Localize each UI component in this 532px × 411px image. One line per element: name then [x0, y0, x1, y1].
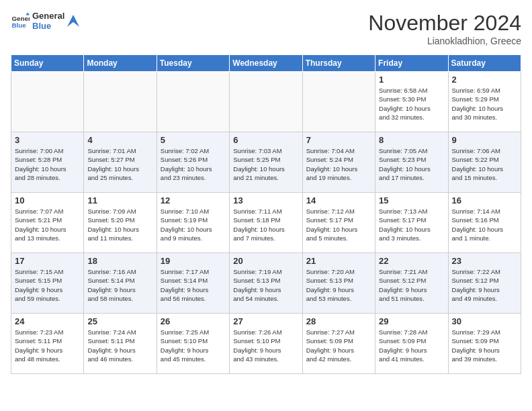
calendar-week-row: 10Sunrise: 7:07 AM Sunset: 5:21 PM Dayli…: [11, 193, 521, 253]
day-number: 29: [379, 316, 444, 326]
day-number: 17: [15, 256, 80, 266]
day-info: Sunrise: 7:29 AM Sunset: 5:09 PM Dayligh…: [452, 328, 517, 363]
day-info: Sunrise: 7:00 AM Sunset: 5:28 PM Dayligh…: [15, 146, 80, 182]
day-info: Sunrise: 7:22 AM Sunset: 5:12 PM Dayligh…: [452, 267, 517, 303]
day-info: Sunrise: 7:21 AM Sunset: 5:12 PM Dayligh…: [379, 267, 444, 303]
day-number: 14: [306, 195, 371, 205]
calendar-cell: 14Sunrise: 7:12 AM Sunset: 5:17 PM Dayli…: [302, 193, 375, 253]
page-header: General Blue General Blue November 2024 …: [11, 11, 521, 46]
day-header-sunday: Sunday: [11, 55, 84, 72]
calendar-cell: 7Sunrise: 7:04 AM Sunset: 5:24 PM Daylig…: [302, 132, 375, 193]
day-info: Sunrise: 7:06 AM Sunset: 5:22 PM Dayligh…: [452, 146, 517, 182]
svg-marker-2: [26, 12, 30, 15]
day-info: Sunrise: 7:27 AM Sunset: 5:09 PM Dayligh…: [306, 328, 371, 363]
calendar-cell: [302, 72, 375, 132]
day-info: Sunrise: 6:59 AM Sunset: 5:29 PM Dayligh…: [452, 86, 517, 122]
day-number: 25: [87, 316, 152, 326]
title-block: November 2024 Lianokladhion, Greece: [368, 11, 521, 46]
day-number: 4: [87, 135, 152, 145]
calendar-cell: 28Sunrise: 7:27 AM Sunset: 5:09 PM Dayli…: [302, 314, 375, 374]
day-number: 20: [233, 256, 298, 266]
calendar-cell: 13Sunrise: 7:11 AM Sunset: 5:18 PM Dayli…: [230, 193, 302, 253]
day-number: 13: [233, 195, 298, 205]
logo-arrow-icon: [67, 15, 79, 27]
calendar-week-row: 1Sunrise: 6:58 AM Sunset: 5:30 PM Daylig…: [11, 72, 521, 132]
day-info: Sunrise: 7:13 AM Sunset: 5:17 PM Dayligh…: [379, 207, 444, 242]
day-header-monday: Monday: [84, 55, 157, 72]
day-number: 7: [306, 135, 371, 145]
day-info: Sunrise: 7:24 AM Sunset: 5:11 PM Dayligh…: [87, 328, 152, 363]
day-info: Sunrise: 6:58 AM Sunset: 5:30 PM Dayligh…: [379, 86, 444, 122]
calendar-cell: 22Sunrise: 7:21 AM Sunset: 5:12 PM Dayli…: [375, 253, 448, 314]
day-number: 3: [15, 135, 80, 145]
day-info: Sunrise: 7:03 AM Sunset: 5:25 PM Dayligh…: [233, 146, 298, 182]
month-title: November 2024: [368, 11, 521, 36]
calendar-cell: 17Sunrise: 7:15 AM Sunset: 5:15 PM Dayli…: [11, 253, 84, 314]
calendar-cell: 27Sunrise: 7:26 AM Sunset: 5:10 PM Dayli…: [230, 314, 302, 374]
calendar-table: SundayMondayTuesdayWednesdayThursdayFrid…: [11, 54, 521, 374]
day-info: Sunrise: 7:19 AM Sunset: 5:13 PM Dayligh…: [233, 267, 298, 303]
day-number: 15: [379, 195, 444, 205]
day-number: 12: [161, 195, 226, 205]
logo: General Blue General Blue: [11, 11, 79, 31]
day-number: 30: [452, 316, 517, 326]
day-header-friday: Friday: [375, 55, 448, 72]
day-info: Sunrise: 7:14 AM Sunset: 5:16 PM Dayligh…: [452, 207, 517, 242]
day-number: 28: [306, 316, 371, 326]
calendar-cell: 24Sunrise: 7:23 AM Sunset: 5:11 PM Dayli…: [11, 314, 84, 374]
day-info: Sunrise: 7:10 AM Sunset: 5:19 PM Dayligh…: [161, 207, 226, 242]
day-info: Sunrise: 7:07 AM Sunset: 5:21 PM Dayligh…: [15, 207, 80, 242]
calendar-cell: 26Sunrise: 7:25 AM Sunset: 5:10 PM Dayli…: [157, 314, 229, 374]
calendar-cell: 30Sunrise: 7:29 AM Sunset: 5:09 PM Dayli…: [448, 314, 521, 374]
day-info: Sunrise: 7:16 AM Sunset: 5:14 PM Dayligh…: [87, 267, 152, 303]
calendar-cell: 23Sunrise: 7:22 AM Sunset: 5:12 PM Dayli…: [448, 253, 521, 314]
day-info: Sunrise: 7:01 AM Sunset: 5:27 PM Dayligh…: [87, 146, 152, 182]
calendar-cell: [157, 72, 229, 132]
day-info: Sunrise: 7:11 AM Sunset: 5:18 PM Dayligh…: [233, 207, 298, 242]
day-number: 8: [379, 135, 444, 145]
calendar-cell: 16Sunrise: 7:14 AM Sunset: 5:16 PM Dayli…: [448, 193, 521, 253]
calendar-cell: 5Sunrise: 7:02 AM Sunset: 5:26 PM Daylig…: [157, 132, 229, 193]
calendar-cell: 8Sunrise: 7:05 AM Sunset: 5:23 PM Daylig…: [375, 132, 448, 193]
calendar-header-row: SundayMondayTuesdayWednesdayThursdayFrid…: [11, 55, 521, 72]
calendar-cell: 25Sunrise: 7:24 AM Sunset: 5:11 PM Dayli…: [84, 314, 157, 374]
calendar-cell: 29Sunrise: 7:28 AM Sunset: 5:09 PM Dayli…: [375, 314, 448, 374]
location: Lianokladhion, Greece: [368, 36, 521, 46]
day-number: 5: [161, 135, 226, 145]
day-info: Sunrise: 7:05 AM Sunset: 5:23 PM Dayligh…: [379, 146, 444, 182]
day-header-saturday: Saturday: [448, 55, 521, 72]
day-number: 22: [379, 256, 444, 266]
day-header-tuesday: Tuesday: [157, 55, 229, 72]
svg-text:Blue: Blue: [11, 21, 26, 29]
logo-general: General: [32, 11, 64, 21]
day-info: Sunrise: 7:25 AM Sunset: 5:10 PM Dayligh…: [161, 328, 226, 363]
calendar-week-row: 24Sunrise: 7:23 AM Sunset: 5:11 PM Dayli…: [11, 314, 521, 374]
day-info: Sunrise: 7:20 AM Sunset: 5:13 PM Dayligh…: [306, 267, 371, 303]
svg-marker-3: [67, 15, 79, 27]
calendar-cell: 15Sunrise: 7:13 AM Sunset: 5:17 PM Dayli…: [375, 193, 448, 253]
calendar-cell: 21Sunrise: 7:20 AM Sunset: 5:13 PM Dayli…: [302, 253, 375, 314]
day-header-thursday: Thursday: [302, 55, 375, 72]
calendar-cell: 6Sunrise: 7:03 AM Sunset: 5:25 PM Daylig…: [230, 132, 302, 193]
logo-blue: Blue: [32, 21, 64, 31]
calendar-cell: 12Sunrise: 7:10 AM Sunset: 5:19 PM Dayli…: [157, 193, 229, 253]
calendar-cell: 1Sunrise: 6:58 AM Sunset: 5:30 PM Daylig…: [375, 72, 448, 132]
calendar-cell: 4Sunrise: 7:01 AM Sunset: 5:27 PM Daylig…: [84, 132, 157, 193]
day-info: Sunrise: 7:04 AM Sunset: 5:24 PM Dayligh…: [306, 146, 371, 182]
calendar-cell: [230, 72, 302, 132]
calendar-body: 1Sunrise: 6:58 AM Sunset: 5:30 PM Daylig…: [11, 72, 521, 374]
day-number: 21: [306, 256, 371, 266]
day-number: 16: [452, 195, 517, 205]
calendar-cell: 2Sunrise: 6:59 AM Sunset: 5:29 PM Daylig…: [448, 72, 521, 132]
day-number: 1: [379, 75, 444, 85]
logo-icon: General Blue: [11, 11, 30, 30]
day-info: Sunrise: 7:15 AM Sunset: 5:15 PM Dayligh…: [15, 267, 80, 303]
day-number: 27: [233, 316, 298, 326]
calendar-cell: 3Sunrise: 7:00 AM Sunset: 5:28 PM Daylig…: [11, 132, 84, 193]
calendar-week-row: 17Sunrise: 7:15 AM Sunset: 5:15 PM Dayli…: [11, 253, 521, 314]
day-info: Sunrise: 7:09 AM Sunset: 5:20 PM Dayligh…: [87, 207, 152, 242]
day-info: Sunrise: 7:17 AM Sunset: 5:14 PM Dayligh…: [161, 267, 226, 303]
day-info: Sunrise: 7:12 AM Sunset: 5:17 PM Dayligh…: [306, 207, 371, 242]
calendar-cell: 19Sunrise: 7:17 AM Sunset: 5:14 PM Dayli…: [157, 253, 229, 314]
calendar-cell: 20Sunrise: 7:19 AM Sunset: 5:13 PM Dayli…: [230, 253, 302, 314]
